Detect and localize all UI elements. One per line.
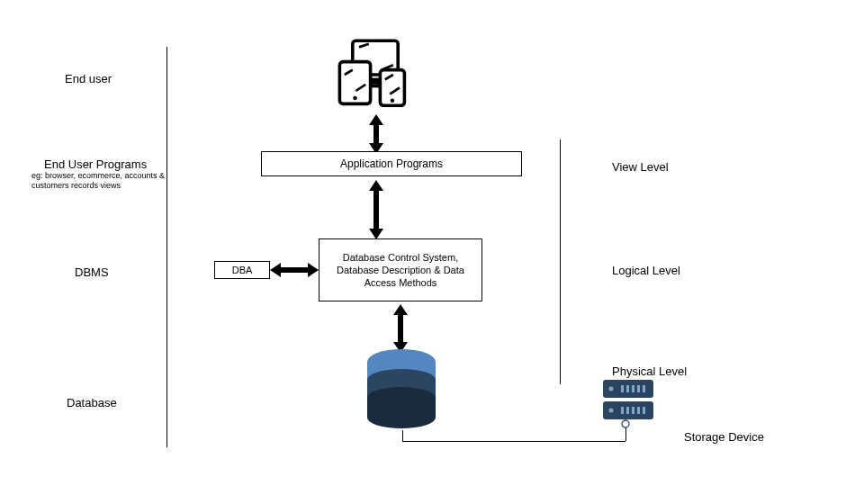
svg-rect-37	[621, 385, 624, 392]
label-view-level: View Level	[612, 160, 669, 174]
svg-point-35	[609, 387, 614, 392]
connector-horiz	[402, 441, 626, 442]
box-application-programs: Application Programs	[261, 151, 522, 176]
svg-rect-20	[279, 267, 310, 273]
svg-rect-41	[643, 385, 645, 392]
svg-point-6	[353, 96, 357, 101]
svg-rect-17	[374, 189, 379, 230]
svg-rect-14	[374, 123, 379, 145]
box-application-programs-text: Application Programs	[340, 158, 443, 170]
label-end-user-programs-sub: eg: browser, ecommerce, accounts & custo…	[32, 171, 166, 191]
arrow-dbms-to-db	[392, 304, 410, 353]
svg-rect-45	[637, 407, 640, 414]
box-dba-text: DBA	[232, 265, 253, 275]
svg-point-10	[391, 99, 395, 104]
label-storage-device: Storage Device	[684, 430, 764, 444]
box-dba: DBA	[214, 261, 270, 279]
connector-vert	[402, 430, 403, 441]
svg-rect-38	[626, 385, 629, 392]
right-divider	[560, 140, 561, 384]
svg-rect-46	[643, 407, 645, 414]
arrow-dba-to-core	[270, 261, 319, 279]
label-dbms: DBMS	[75, 266, 109, 279]
arrow-devices-to-apps	[367, 114, 385, 154]
box-dbms-core: Database Control System, Database Descri…	[319, 238, 482, 302]
label-database: Database	[67, 396, 117, 410]
box-dbms-core-text: Database Control System, Database Descri…	[323, 251, 478, 290]
svg-line-3	[359, 44, 369, 48]
svg-point-36	[609, 409, 614, 413]
label-end-user: End user	[65, 72, 112, 86]
svg-rect-39	[632, 385, 634, 392]
arrow-apps-to-dbms	[367, 180, 385, 239]
svg-rect-43	[626, 407, 629, 414]
svg-point-31	[367, 407, 436, 428]
label-logical-level: Logical Level	[612, 264, 680, 277]
database-icon	[364, 349, 438, 432]
svg-rect-44	[632, 407, 634, 414]
label-end-user-programs: End User Programs	[44, 158, 147, 171]
svg-marker-21	[308, 263, 319, 277]
svg-rect-42	[621, 407, 624, 414]
devices-icon	[335, 34, 416, 115]
left-divider	[166, 47, 167, 447]
server-icon	[601, 376, 655, 423]
svg-rect-40	[637, 385, 640, 392]
svg-rect-23	[398, 313, 403, 344]
